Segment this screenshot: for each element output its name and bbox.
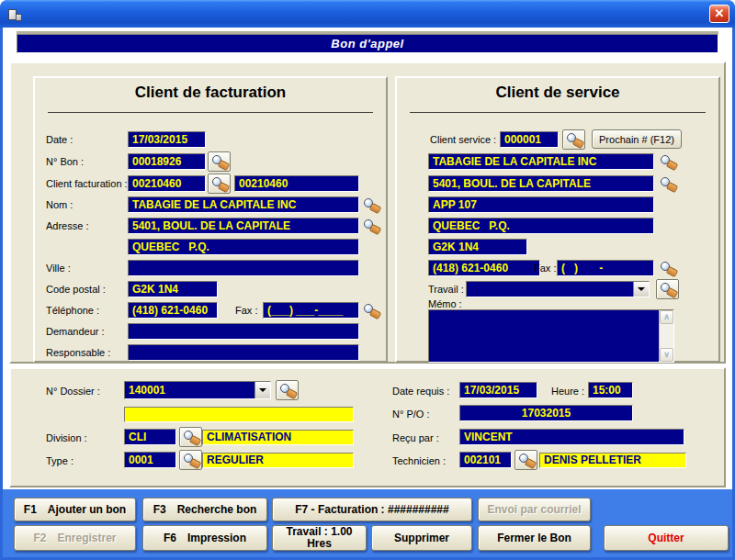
f2-label: Enregistrer <box>57 532 116 544</box>
service-adresse1-field[interactable]: 5401, BOUL. DE LA CAPITALE <box>428 175 654 192</box>
search-icon <box>183 431 199 444</box>
type-label: Type : <box>46 455 74 466</box>
service-adresse-search-icon[interactable] <box>660 177 676 191</box>
division-code-field[interactable]: CLI <box>124 429 176 445</box>
fax-field[interactable]: (___) ___-____ <box>263 302 359 319</box>
scroll-down-icon[interactable]: ∨ <box>660 348 673 362</box>
type-description-field: REGULIER <box>202 453 354 468</box>
service-nom-search-icon[interactable] <box>660 155 676 169</box>
nom-label: Nom : <box>46 199 73 210</box>
bon-number-label: N° Bon : <box>46 156 84 167</box>
envoi-courriel-button[interactable]: Envoi par courriel <box>478 498 591 521</box>
search-icon <box>660 283 676 297</box>
f3-recherche-bon-button[interactable]: F3Recherche bon <box>142 498 267 521</box>
technicien-search-button[interactable] <box>514 450 537 470</box>
client-service-label: Client service : <box>430 134 496 145</box>
adresse-label: Adresse : <box>46 220 88 231</box>
fermer-bon-button[interactable]: Fermer le Bon <box>478 525 591 551</box>
adresse1-field[interactable]: 5401, BOUL. DE LA CAPITALE <box>128 218 359 234</box>
service-fax-field[interactable]: ( ) - <box>557 260 654 276</box>
dossier-description-field[interactable] <box>124 407 354 422</box>
travail-combobox[interactable] <box>466 281 650 297</box>
nom-field[interactable]: TABAGIE DE LA CAPITALE INC <box>128 196 359 213</box>
page-title: Bon d'appel <box>17 34 718 53</box>
f2-enregistrer-button[interactable]: F2Enregistrer <box>14 525 136 551</box>
window-body: Bon d'appel Client de facturation Date :… <box>3 28 732 557</box>
service-ville-field[interactable]: QUEBEC P.Q. <box>428 218 654 234</box>
service-title-divider <box>410 112 706 113</box>
service-code-postal-field[interactable]: G2K 1N4 <box>428 239 527 255</box>
dossier-search-button[interactable] <box>276 380 299 400</box>
memo-textarea[interactable]: ∧ ∨ <box>428 309 674 363</box>
supprimer-button[interactable]: Supprimer <box>371 525 472 551</box>
client-service-code-field[interactable]: 000001 <box>500 131 559 148</box>
travail-hours-button[interactable]: Travail : 1.00Hres <box>272 525 367 551</box>
service-title: Client de service <box>397 84 718 102</box>
technicien-label: Technicien : <box>392 455 446 466</box>
dossier-combobox[interactable]: 140001 <box>124 381 271 399</box>
quitter-button[interactable]: Quitter <box>604 525 729 551</box>
dossier-dropdown-button[interactable] <box>254 382 270 398</box>
service-fax-search-icon[interactable] <box>660 262 676 275</box>
search-icon <box>566 133 582 147</box>
adresse2-field[interactable]: QUEBEC P.Q. <box>128 239 359 255</box>
code-postal-field[interactable]: G2K 1N4 <box>128 281 218 297</box>
service-telephone-field[interactable]: (418) 621-0460 <box>428 260 540 276</box>
ville-label: Ville : <box>46 263 71 274</box>
search-icon <box>211 155 228 169</box>
search-icon <box>211 177 228 191</box>
client-service-search-button[interactable] <box>562 129 585 150</box>
memo-label: Mémo : <box>428 298 462 309</box>
nom-search-icon[interactable] <box>363 198 379 212</box>
recu-par-field[interactable]: VINCENT <box>459 429 684 445</box>
service-adresse2-field[interactable]: APP 107 <box>428 196 654 213</box>
chevron-down-icon <box>638 287 645 291</box>
date-requis-field[interactable]: 17/03/2015 <box>459 382 537 398</box>
bon-search-button[interactable] <box>208 151 231 172</box>
fax-search-icon[interactable] <box>363 304 379 318</box>
heure-label: Heure : <box>551 386 584 397</box>
division-label: Division : <box>46 432 87 443</box>
travail-search-button[interactable] <box>656 279 679 299</box>
f7-facturation-button[interactable]: F7 - Facturation : ########## <box>272 498 472 521</box>
heure-field[interactable]: 15:00 <box>588 382 633 398</box>
responsable-label: Responsable : <box>46 347 110 358</box>
technicien-code-field[interactable]: 002101 <box>459 452 512 468</box>
chevron-down-icon <box>259 388 266 392</box>
client-facturation-search-button[interactable] <box>208 174 231 194</box>
responsable-field[interactable] <box>128 344 359 361</box>
ville-field[interactable] <box>128 260 359 276</box>
type-code-field[interactable]: 0001 <box>124 452 176 468</box>
facturation-title-divider <box>48 112 373 113</box>
app-icon[interactable] <box>7 6 26 23</box>
type-search-button[interactable] <box>179 450 202 470</box>
search-icon <box>518 454 535 467</box>
search-icon <box>279 384 296 398</box>
f6-impression-button[interactable]: F6Impression <box>142 525 267 551</box>
dossier-panel: N° Dossier : 140001 Division : CLI CLIMA… <box>9 367 726 487</box>
service-nom-field[interactable]: TABAGIE DE LA CAPITALE INC <box>428 153 654 170</box>
facturation-title: Client de facturation <box>35 84 386 102</box>
division-search-button[interactable] <box>179 427 202 447</box>
bon-number-field[interactable]: 00018926 <box>128 153 206 170</box>
clients-panel: Client de facturation Date : 17/03/2015 … <box>9 62 726 364</box>
client-facturation-code-field[interactable]: 00210460 <box>128 175 206 192</box>
date-field[interactable]: 17/03/2015 <box>128 131 206 148</box>
dossier-label: N° Dossier : <box>46 386 100 397</box>
travail-dropdown-button[interactable] <box>633 282 649 297</box>
facturation-groupbox: Client de facturation Date : 17/03/2015 … <box>33 76 388 363</box>
f1-ajouter-bon-button[interactable]: F1Ajouter un bon <box>14 498 136 521</box>
demandeur-field[interactable] <box>128 323 359 340</box>
scroll-up-icon[interactable]: ∧ <box>660 310 673 324</box>
memo-scrollbar[interactable]: ∧ ∨ <box>659 310 673 362</box>
adresse-search-icon[interactable] <box>363 219 379 233</box>
telephone-field[interactable]: (418) 621-0460 <box>128 302 218 319</box>
po-field[interactable]: 17032015 <box>459 405 633 421</box>
close-icon[interactable]: ✕ <box>709 5 729 23</box>
technicien-nom-field: DENIS PELLETIER <box>539 453 686 468</box>
client-facturation-code2-field[interactable]: 00210460 <box>234 175 359 192</box>
date-requis-label: Date requis : <box>392 386 449 397</box>
prochain-numero-button[interactable]: Prochain # (F12) <box>592 129 682 149</box>
fax-label: Fax : <box>235 305 257 316</box>
service-fax-label: Fax : <box>534 263 556 274</box>
